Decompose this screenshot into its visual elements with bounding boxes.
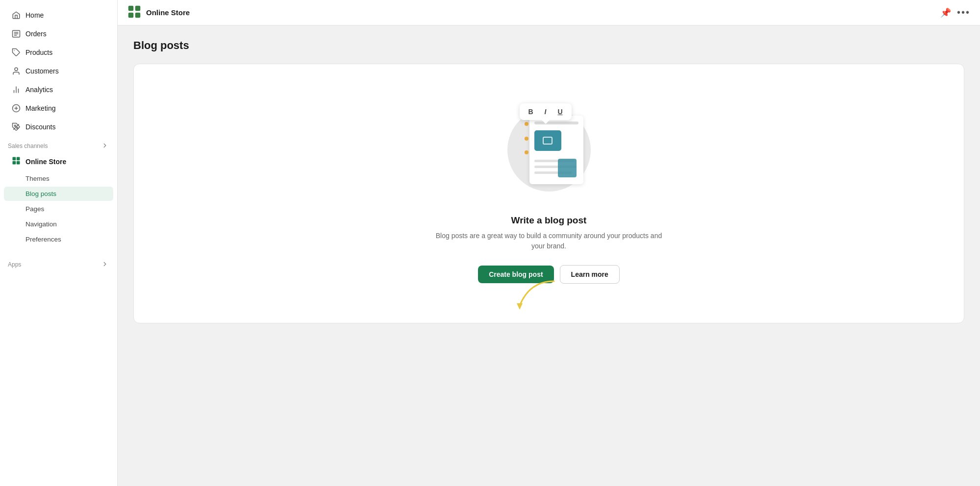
empty-state-card: B I U [133,64,964,323]
doc-square [558,159,577,177]
sidebar-item-products[interactable]: Products [4,44,113,61]
doc-dot-1 [525,122,528,126]
sidebar-item-analytics-label: Analytics [25,86,53,94]
svg-rect-15 [13,157,16,161]
products-icon [12,48,21,57]
toolbar-bubble: B I U [520,103,572,120]
svg-rect-17 [13,161,16,165]
apps-chevron[interactable] [101,261,109,268]
svg-point-12 [14,125,16,126]
doc-dot-3 [525,150,528,154]
pages-label: Pages [25,205,44,213]
italic-button: I [540,106,551,117]
svg-rect-22 [135,12,141,18]
svg-marker-23 [517,303,523,310]
sidebar-item-analytics[interactable]: Analytics [4,81,113,98]
sidebar-sub-pages[interactable]: Pages [4,202,113,216]
sidebar-item-marketing[interactable]: Marketing [4,99,113,117]
topbar: Online Store 📌 ••• [118,0,980,25]
sidebar-sub-preferences[interactable]: Preferences [4,232,113,246]
actions-row: Create blog post Learn more [478,265,620,284]
sales-channels-label: Sales channels [8,143,48,149]
sidebar-item-orders[interactable]: Orders [4,25,113,43]
doc-dot-2 [525,137,528,141]
sidebar-item-home[interactable]: Home [4,6,113,24]
apps-label: Apps [8,261,21,268]
sales-channels-chevron[interactable] [101,142,109,150]
sidebar-item-orders-label: Orders [25,30,47,38]
sidebar-item-home-label: Home [25,11,44,19]
page-title: Blog posts [133,39,964,52]
sidebar-sub-themes[interactable]: Themes [4,171,113,186]
topbar-right: 📌 ••• [940,7,970,18]
themes-label: Themes [25,175,50,182]
svg-rect-16 [17,157,20,161]
topbar-store-icon [127,5,141,21]
sidebar-item-customers-label: Customers [25,67,59,75]
blog-illustration: B I U [495,94,603,201]
sidebar-item-discounts[interactable]: Discounts [4,118,113,136]
empty-state-description: Blog posts are a great way to build a co… [431,231,667,251]
doc-image [534,130,561,151]
page-content: Blog posts B I U [118,25,980,486]
sales-channels-section: Sales channels [0,136,117,152]
svg-rect-21 [128,12,134,18]
online-store-icon [12,156,21,167]
svg-rect-19 [128,5,134,11]
sidebar-item-online-store[interactable]: Online Store [4,152,113,170]
discounts-icon [12,122,21,131]
svg-rect-20 [135,5,141,11]
sidebar-sub-navigation[interactable]: Navigation [4,217,113,231]
orders-icon [12,29,21,38]
marketing-icon [12,104,21,113]
online-store-label: Online Store [25,158,66,166]
svg-point-5 [15,68,18,71]
more-options-icon[interactable]: ••• [957,7,970,18]
sidebar-item-products-label: Products [25,49,52,56]
home-icon [12,11,21,20]
sidebar: Home Orders Products Cu [0,0,118,486]
doc-paper [529,116,583,184]
apps-section: Apps [0,255,117,270]
preferences-label: Preferences [25,236,61,243]
bold-button: B [526,106,536,117]
topbar-left: Online Store [127,5,190,21]
sidebar-item-marketing-label: Marketing [25,104,55,112]
underline-button: U [555,106,566,117]
sidebar-item-discounts-label: Discounts [25,123,55,131]
learn-more-button[interactable]: Learn more [560,265,620,284]
svg-rect-18 [17,161,20,165]
analytics-icon [12,85,21,94]
topbar-title: Online Store [146,8,190,17]
sidebar-sub-blog-posts[interactable]: Blog posts [4,187,113,201]
customers-icon [12,67,21,75]
pin-icon[interactable]: 📌 [940,7,951,18]
sidebar-item-customers[interactable]: Customers [4,62,113,80]
blog-posts-label: Blog posts [25,190,56,197]
arrow-decoration [510,276,569,311]
navigation-label: Navigation [25,220,57,228]
empty-state-title: Write a blog post [511,215,587,226]
main-content: Online Store 📌 ••• Blog posts B I U [118,0,980,486]
